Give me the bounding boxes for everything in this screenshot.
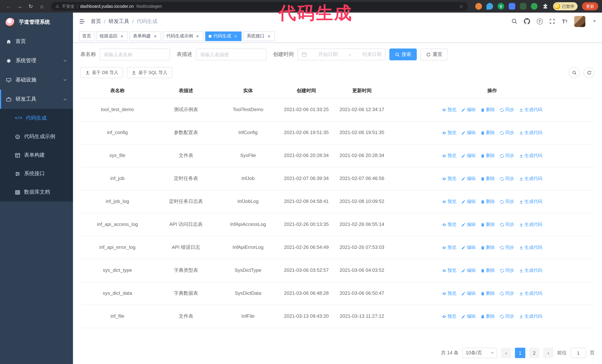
- generate-code-link[interactable]: 生成代码: [519, 313, 542, 320]
- delete-link[interactable]: 删除: [481, 290, 495, 297]
- extension-icon[interactable]: [509, 3, 515, 10]
- preview-link[interactable]: 预览: [442, 175, 456, 182]
- generate-code-link[interactable]: 生成代码: [519, 152, 542, 159]
- generate-code-link[interactable]: 生成代码: [519, 290, 542, 297]
- delete-link[interactable]: 删除: [481, 152, 495, 159]
- generate-code-link[interactable]: 生成代码: [519, 129, 542, 136]
- edit-link[interactable]: 编辑: [461, 267, 476, 274]
- sync-link[interactable]: 同步: [500, 175, 514, 182]
- generate-code-link[interactable]: 生成代码: [519, 221, 542, 228]
- page-button-2[interactable]: 2: [529, 348, 539, 358]
- sync-link[interactable]: 同步: [500, 290, 514, 297]
- preview-link[interactable]: 预览: [442, 244, 456, 251]
- tab-codegen[interactable]: 代码生成×: [205, 31, 242, 41]
- generate-code-link[interactable]: 生成代码: [519, 244, 542, 251]
- sidebar-item-db-docs[interactable]: 数据库文档: [0, 183, 73, 201]
- close-tab-icon[interactable]: ×: [233, 33, 238, 39]
- extension-icon[interactable]: [486, 3, 493, 10]
- paused-badge[interactable]: 已暂停: [553, 2, 578, 10]
- sidebar-item-codegen-example[interactable]: 代码生成示例: [0, 127, 73, 146]
- sync-link[interactable]: 同步: [500, 106, 514, 113]
- reload-button[interactable]: ↻: [26, 1, 36, 11]
- header-search-icon[interactable]: [511, 18, 517, 24]
- delete-link[interactable]: 删除: [481, 198, 495, 205]
- table-name-input[interactable]: [100, 49, 170, 60]
- close-tab-icon[interactable]: ×: [119, 33, 124, 39]
- date-range-picker[interactable]: 开始日期 - 结束日期: [298, 49, 386, 60]
- extension-icon[interactable]: [520, 3, 527, 10]
- delete-link[interactable]: 删除: [481, 313, 495, 320]
- tab-tracing[interactable]: 链路追踪×: [96, 31, 128, 41]
- delete-link[interactable]: 删除: [481, 267, 495, 274]
- preview-link[interactable]: 预览: [442, 267, 456, 274]
- extension-icon[interactable]: V: [497, 3, 504, 10]
- delete-link[interactable]: 删除: [481, 244, 495, 251]
- sidebar-item-system[interactable]: 系统管理: [0, 51, 73, 70]
- preview-link[interactable]: 预览: [442, 313, 456, 320]
- bookmark-star-icon[interactable]: ☆: [459, 3, 463, 9]
- sync-link[interactable]: 同步: [500, 244, 514, 251]
- preview-link[interactable]: 预览: [442, 198, 456, 205]
- sync-link[interactable]: 同步: [500, 129, 514, 136]
- page-button-1[interactable]: 1: [515, 348, 525, 358]
- breadcrumb-devtools[interactable]: 研发工具: [108, 18, 129, 25]
- sync-link[interactable]: 同步: [500, 221, 514, 228]
- edit-link[interactable]: 编辑: [461, 290, 476, 297]
- breadcrumb-home[interactable]: 首页: [91, 18, 101, 25]
- tab-form-builder[interactable]: 表单构建×: [130, 31, 161, 41]
- preview-link[interactable]: 预览: [442, 152, 456, 159]
- tab-home[interactable]: 首页: [79, 31, 95, 41]
- collapse-sidebar-icon[interactable]: [79, 18, 86, 25]
- refresh-table-button[interactable]: [583, 67, 595, 78]
- edit-link[interactable]: 编辑: [461, 221, 476, 228]
- import-db-button[interactable]: 基于 DB 导入: [80, 67, 123, 78]
- sync-link[interactable]: 同步: [500, 313, 514, 320]
- next-page-button[interactable]: ›: [543, 348, 553, 358]
- search-button[interactable]: 搜索: [389, 49, 417, 60]
- sidebar-item-infrastructure[interactable]: 基础设施: [0, 70, 73, 90]
- generate-code-link[interactable]: 生成代码: [519, 267, 542, 274]
- close-tab-icon[interactable]: ×: [195, 33, 200, 39]
- delete-link[interactable]: 删除: [481, 106, 495, 113]
- sidebar-item-devtools[interactable]: 研发工具: [0, 90, 73, 109]
- generate-code-link[interactable]: 生成代码: [519, 198, 542, 205]
- generate-code-link[interactable]: 生成代码: [519, 175, 542, 182]
- font-size-icon[interactable]: TT: [562, 18, 568, 24]
- github-icon[interactable]: [524, 18, 530, 24]
- tab-codegen-example[interactable]: 代码生成示例×: [163, 31, 203, 41]
- user-avatar[interactable]: [574, 16, 585, 27]
- address-bar[interactable]: ⚠ 不安全 dashboard.yudao.iocoder.cn/tool/co…: [51, 2, 468, 11]
- edit-link[interactable]: 编辑: [461, 198, 476, 205]
- edit-link[interactable]: 编辑: [461, 129, 476, 136]
- user-caret-down-icon[interactable]: [593, 20, 596, 22]
- home-button[interactable]: ⌂: [37, 1, 47, 11]
- tab-system-api[interactable]: 系统接口×: [243, 31, 275, 41]
- update-button[interactable]: 更新: [582, 2, 598, 10]
- edit-link[interactable]: 编辑: [461, 244, 476, 251]
- sidebar-item-codegen[interactable]: </> 代码生成: [0, 109, 73, 127]
- page-size-select[interactable]: 10条/页: [462, 348, 497, 358]
- preview-link[interactable]: 预览: [442, 129, 456, 136]
- extension-icon[interactable]: [531, 3, 538, 10]
- toggle-search-button[interactable]: [569, 67, 580, 78]
- edit-link[interactable]: 编辑: [461, 152, 476, 159]
- reset-button[interactable]: 重置: [420, 49, 448, 60]
- sidebar-item-system-api[interactable]: 系统接口: [0, 164, 73, 183]
- delete-link[interactable]: 删除: [481, 221, 495, 228]
- prev-page-button[interactable]: ‹: [501, 348, 511, 358]
- sync-link[interactable]: 同步: [500, 198, 514, 205]
- preview-link[interactable]: 预览: [442, 290, 456, 297]
- back-button[interactable]: ←: [4, 1, 13, 11]
- close-tab-icon[interactable]: ×: [153, 33, 158, 39]
- forward-button[interactable]: →: [15, 1, 24, 11]
- sync-link[interactable]: 同步: [500, 152, 514, 159]
- delete-link[interactable]: 删除: [481, 175, 495, 182]
- sidebar-item-form-builder[interactable]: 表单构建: [0, 146, 73, 164]
- preview-link[interactable]: 预览: [442, 106, 456, 113]
- sidebar-item-home[interactable]: 首页: [0, 32, 73, 51]
- fullscreen-icon[interactable]: [549, 18, 555, 24]
- delete-link[interactable]: 删除: [481, 129, 495, 136]
- edit-link[interactable]: 编辑: [461, 313, 476, 320]
- preview-link[interactable]: 预览: [442, 221, 456, 228]
- extensions-puzzle-icon[interactable]: [542, 3, 549, 10]
